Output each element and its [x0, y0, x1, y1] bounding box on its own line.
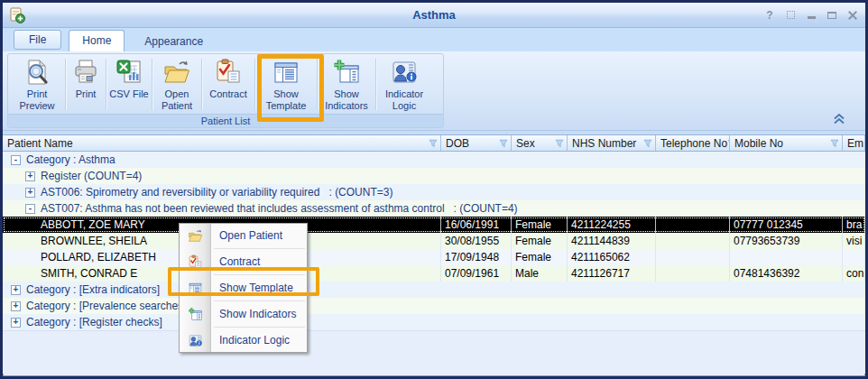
table-row-smith[interactable]: SMITH, CONRAD E 07/09/1961 Male 42111267… [3, 265, 865, 282]
cell-dob: 30/08/1955 [441, 233, 512, 249]
tree-row-label: Category : Asthma [26, 153, 115, 166]
filter-icon[interactable] [429, 139, 438, 148]
contract-icon [214, 58, 243, 87]
column-header-label: Telephone No [660, 137, 727, 150]
menu-item-indicator-logic[interactable]: Indicator Logic [180, 328, 307, 352]
show-template-button[interactable]: Show Template [256, 55, 316, 114]
column-header-sex[interactable]: Sex [512, 135, 568, 151]
csv-file-button[interactable]: CSV File [107, 55, 151, 114]
ribbon-separator [375, 59, 376, 110]
minimize-icon[interactable] [804, 9, 818, 22]
tree-row-category-asthma[interactable]: - Category : Asthma [3, 152, 865, 168]
tree-row-category-extra-indicators[interactable]: + Category : [Extra indicators] [3, 282, 865, 298]
tab-home[interactable]: Home [69, 30, 125, 51]
menu-item-contract[interactable]: Contract [180, 250, 307, 273]
help-icon[interactable]: ? [762, 9, 777, 22]
menu-item-label: Show Indicators [210, 308, 296, 320]
column-header-email[interactable]: Em [843, 135, 865, 151]
indicator-logic-button[interactable]: Indicator Logic [377, 55, 431, 114]
collapse-icon[interactable]: - [11, 155, 21, 165]
print-preview-button[interactable]: Print Preview [10, 55, 64, 114]
tree-row-label: AST007: Asthma has not been reviewed tha… [41, 202, 518, 215]
filter-icon[interactable] [830, 139, 839, 148]
expand-icon[interactable]: + [25, 188, 35, 198]
filter-icon[interactable] [499, 139, 508, 148]
ribbon-tabstrip: File Home Appearance [3, 28, 865, 51]
column-header-telephone[interactable]: Telephone No [656, 135, 730, 151]
maximize-icon[interactable] [825, 9, 839, 22]
show-indicators-icon [332, 58, 361, 87]
csv-file-icon [115, 58, 143, 87]
open-folder-icon [162, 58, 191, 87]
contract-button[interactable]: Contract [203, 55, 254, 114]
tree-row-category-prevalence-searches[interactable]: + Category : [Prevalence searches] [3, 298, 865, 314]
cell-dob: 17/09/1948 [441, 249, 512, 265]
tree-row-label: Category : [Prevalence searches] [26, 300, 186, 312]
menu-separator [214, 327, 305, 328]
table-row-brownlee[interactable]: BROWNLEE, SHEILA 30/08/1955 Female 42111… [3, 233, 865, 249]
grid-empty-area [3, 330, 865, 374]
expand-icon[interactable]: + [11, 318, 21, 328]
cell-telephone [656, 249, 730, 265]
column-header-dob[interactable]: DOB [441, 135, 512, 151]
button-label: Open Patient [153, 88, 200, 111]
tree-row-ast007[interactable]: - AST007: Asthma has not been reviewed t… [3, 200, 865, 217]
tree-row-label: AST006: Spirometry and reversibility or … [41, 186, 392, 199]
indicator-logic-icon [180, 333, 210, 348]
show-indicators-icon [180, 307, 210, 322]
button-label: Contract [209, 88, 247, 100]
tree-row-ast006[interactable]: + AST006: Spirometry and reversibility o… [3, 184, 865, 200]
column-header-patient-name[interactable]: Patient Name [3, 135, 441, 151]
table-row-abbott[interactable]: ABBOTT, ZOE MARY 16/06/1991 Female 42112… [3, 217, 865, 233]
expand-icon[interactable]: + [11, 285, 21, 295]
column-header-mobile[interactable]: Mobile No [730, 135, 843, 151]
cell-email [843, 249, 865, 265]
menu-separator [214, 274, 305, 275]
expand-icon[interactable]: + [25, 171, 35, 181]
expand-icon[interactable]: + [11, 301, 21, 311]
tab-appearance[interactable]: Appearance [132, 32, 216, 51]
cell-mobile: 07777 012345 [730, 217, 843, 233]
tab-file[interactable]: File [14, 30, 61, 50]
table-row-pollard[interactable]: POLLARD, ELIZABETH 17/09/1948 Female 421… [3, 249, 865, 265]
titlebar: Asthma ? [3, 3, 865, 28]
ribbon-separator [317, 59, 318, 110]
column-header-label: Patient Name [7, 137, 429, 150]
cell-nhs: 4211165062 [568, 249, 656, 265]
column-header-nhs-number[interactable]: NHS Number [568, 135, 656, 151]
print-button[interactable]: Print [67, 55, 105, 114]
filter-icon[interactable] [555, 139, 564, 148]
print-preview-icon [23, 58, 51, 87]
menu-item-show-template[interactable]: Show Template [180, 276, 307, 300]
cell-sex: Female [512, 249, 568, 265]
open-patient-button[interactable]: Open Patient [153, 55, 200, 114]
app-window: Asthma ? File Home Appearance Print Prev… [0, 0, 868, 379]
button-label: Show Template [256, 88, 316, 111]
cell-email: con [843, 265, 865, 282]
cell-sex: Female [512, 217, 568, 233]
fit-window-icon[interactable] [783, 9, 798, 22]
close-icon[interactable] [845, 9, 860, 22]
open-folder-icon [180, 228, 210, 244]
ribbon-group-patient-list: Print Preview Print CSV File Open Patien… [7, 53, 444, 128]
tree-row-category-register-checks[interactable]: + Category : [Register checks] [3, 314, 865, 330]
collapse-ribbon-icon[interactable] [833, 114, 845, 125]
menu-item-label: Show Template [210, 282, 293, 294]
cell-dob: 16/06/1991 [441, 217, 512, 233]
column-header-label: DOB [446, 137, 499, 150]
menu-item-show-indicators[interactable]: Show Indicators [180, 302, 307, 326]
cell-email: bra [843, 217, 865, 233]
menu-item-label: Open Patient [210, 229, 282, 242]
filter-icon[interactable] [643, 139, 652, 148]
menu-item-label: Indicator Logic [210, 334, 290, 347]
tree-row-label: Register (COUNT=4) [41, 170, 142, 182]
print-icon [71, 58, 100, 87]
ribbon-separator [254, 59, 255, 110]
collapse-icon[interactable]: - [25, 204, 35, 214]
menu-item-open-patient[interactable]: Open Patient [180, 224, 307, 247]
ribbon-separator [201, 59, 202, 110]
tree-row-label: Category : [Register checks] [26, 316, 162, 328]
patient-grid: Patient Name DOB Sex NHS Number Telephon… [3, 134, 865, 374]
show-indicators-button[interactable]: Show Indicators [319, 55, 374, 114]
tree-row-register[interactable]: + Register (COUNT=4) [3, 168, 865, 184]
